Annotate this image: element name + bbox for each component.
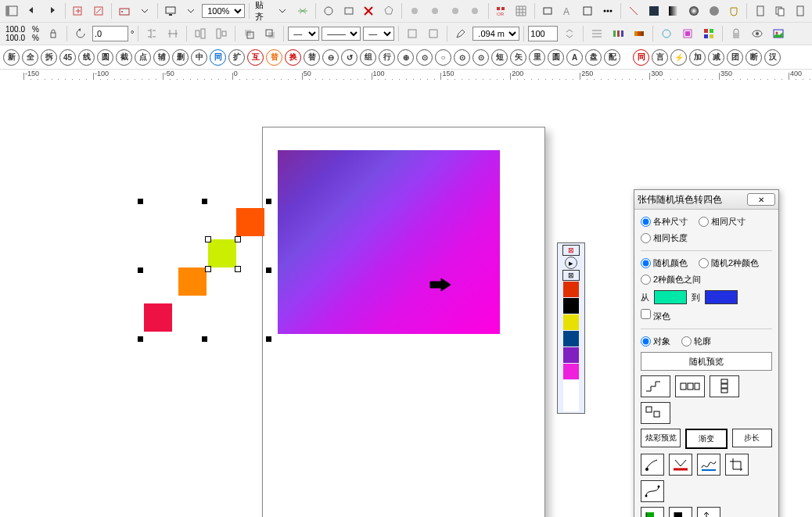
circ-btn[interactable]: 45 <box>59 49 76 66</box>
grid-icon[interactable] <box>512 2 530 20</box>
node-handle[interactable] <box>235 236 241 242</box>
text-icon[interactable]: A <box>559 2 577 20</box>
step-button[interactable]: 步长 <box>732 429 772 447</box>
color-swatch[interactable] <box>563 364 579 379</box>
circ-btn[interactable]: 矢 <box>510 49 526 66</box>
radio-various-size[interactable]: 各种尺寸 <box>641 216 688 228</box>
selection-handle[interactable] <box>202 199 207 204</box>
panel-close-icon[interactable]: ✕ <box>747 193 775 206</box>
circ-btn[interactable]: 加 <box>689 49 706 66</box>
gradient-rect-object[interactable] <box>278 150 500 334</box>
font-size-input[interactable] <box>528 26 558 41</box>
sphere2-icon[interactable] <box>705 2 723 20</box>
distribute-icon[interactable] <box>609 24 627 43</box>
radio-same-size[interactable]: 相同尺寸 <box>699 216 746 228</box>
radio-target-outline[interactable]: 轮廓 <box>681 336 711 347</box>
chevron-down-icon[interactable] <box>274 2 292 20</box>
node-handle[interactable] <box>205 266 211 272</box>
selection-handle[interactable] <box>266 199 271 204</box>
color-history-dock[interactable]: ⊠ ▸ ⊠ <box>557 242 585 414</box>
tool-rainbow-up-icon[interactable] <box>697 507 720 517</box>
circ-btn[interactable]: 圆 <box>97 49 113 66</box>
circ-btn[interactable]: 删 <box>172 49 189 66</box>
circ-btn[interactable]: ⊖ <box>322 49 339 66</box>
node-handle[interactable] <box>205 236 211 242</box>
tool-flag-black-icon[interactable] <box>669 507 692 517</box>
layout-icon[interactable] <box>116 2 134 20</box>
square-object[interactable] <box>144 303 172 332</box>
options-icon[interactable]: OR <box>492 2 510 20</box>
circle-tool-icon[interactable] <box>320 2 338 20</box>
tool-curve-icon[interactable] <box>641 480 664 502</box>
dock-nocolor-icon[interactable]: ⊠ <box>562 270 580 281</box>
import-icon[interactable] <box>70 2 88 20</box>
tool-crop-icon[interactable] <box>725 454 749 476</box>
circ-btn[interactable]: 截 <box>116 49 132 66</box>
circ-btn[interactable]: 拆 <box>41 49 57 66</box>
snap-grid-icon[interactable] <box>293 2 311 20</box>
panel-toggle-icon[interactable] <box>3 2 21 20</box>
delete-icon[interactable] <box>360 2 378 20</box>
selection-handle[interactable] <box>202 336 207 342</box>
wrap2-icon[interactable] <box>424 24 443 43</box>
box-icon[interactable] <box>579 2 597 20</box>
chevron-down-icon[interactable] <box>182 2 200 20</box>
circ-btn[interactable]: 言 <box>652 49 668 66</box>
pattern-stairs-button[interactable] <box>641 375 670 397</box>
spin-icon[interactable] <box>560 24 579 43</box>
square-object[interactable] <box>178 267 207 296</box>
more-icon[interactable] <box>598 2 616 20</box>
circ-btn[interactable]: 同 <box>210 49 226 66</box>
selection-handle[interactable] <box>266 336 271 342</box>
color-swatch[interactable] <box>563 282 579 297</box>
circ-btn[interactable]: ○ <box>435 49 451 66</box>
effect-icon[interactable] <box>678 24 697 43</box>
chevron-down-icon[interactable] <box>135 2 153 20</box>
fill-solid-icon[interactable] <box>645 2 663 20</box>
circ-btn[interactable]: 全 <box>22 49 38 66</box>
circ-btn[interactable]: 减 <box>708 49 724 66</box>
circ-btn[interactable]: ⊕ <box>397 49 414 66</box>
circ-btn[interactable]: 圆 <box>548 49 564 66</box>
fill-gradient-icon[interactable] <box>665 2 683 20</box>
effect-icon[interactable] <box>699 24 718 43</box>
radio-random-2color[interactable]: 随机2种颜色 <box>699 257 759 269</box>
selection-handle[interactable] <box>138 267 143 273</box>
circ-btn[interactable]: 团 <box>727 49 743 66</box>
export-icon[interactable] <box>89 2 107 20</box>
node-handle[interactable] <box>235 266 241 272</box>
circ-btn[interactable]: 线 <box>78 49 95 66</box>
radio-target-object[interactable]: 对象 <box>641 336 670 347</box>
circ-btn[interactable]: ⚡ <box>670 49 687 66</box>
circ-btn[interactable]: 行 <box>379 49 395 66</box>
circ-btn[interactable]: 替 <box>266 49 282 66</box>
radio-random-color[interactable]: 随机颜色 <box>641 257 688 269</box>
line-end-combo[interactable]: — <box>363 27 394 41</box>
selection-handle[interactable] <box>138 336 143 342</box>
redo-icon[interactable] <box>43 2 61 20</box>
circ-btn[interactable]: 同 <box>633 49 649 66</box>
circ-btn[interactable]: ⊙ <box>454 49 470 66</box>
circ-btn[interactable]: ⊙ <box>416 49 433 66</box>
tool-flag-green-icon[interactable] <box>641 507 664 517</box>
tool-icon[interactable] <box>406 2 424 20</box>
circ-btn[interactable]: 点 <box>135 49 151 66</box>
random-preview-button[interactable]: 随机预览 <box>641 352 772 371</box>
pattern-diag-button[interactable] <box>641 402 670 424</box>
align-tool-icon[interactable] <box>587 24 606 43</box>
mirror-h-icon[interactable] <box>142 24 161 43</box>
color-swatch[interactable] <box>563 298 579 314</box>
pen-icon[interactable] <box>451 24 470 43</box>
rotate-input[interactable] <box>92 26 128 41</box>
align-icon[interactable] <box>212 24 231 43</box>
tool-brush-icon[interactable] <box>641 454 664 476</box>
palette-icon[interactable] <box>630 24 649 43</box>
circ-btn[interactable]: 组 <box>360 49 376 66</box>
page-icon[interactable] <box>792 2 810 20</box>
circ-btn[interactable]: 新 <box>3 49 20 66</box>
outline-width-combo[interactable]: .094 mm <box>472 27 519 41</box>
checkbox-deep-color[interactable]: 深色 <box>641 309 670 322</box>
square-object[interactable] <box>236 208 264 236</box>
rect-icon[interactable] <box>539 2 557 20</box>
tool-icon[interactable] <box>466 2 484 20</box>
